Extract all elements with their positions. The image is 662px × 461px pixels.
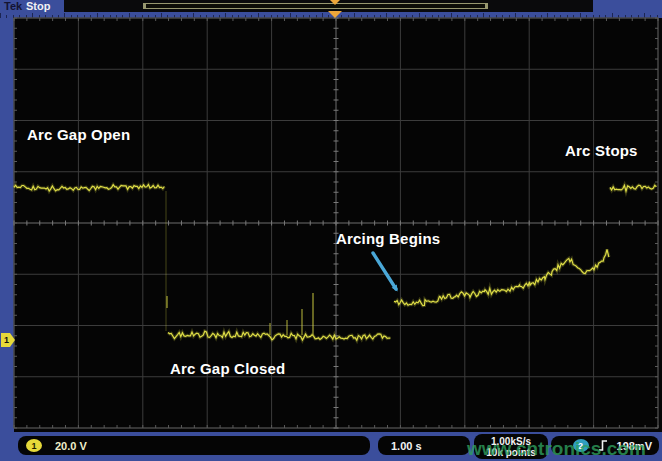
brand-logo: Tek bbox=[4, 0, 22, 12]
annotation-arc-stops: Arc Stops bbox=[565, 142, 638, 159]
timebase-readout-box: 1.00 s bbox=[378, 436, 470, 455]
watermark-text: www.cntronics.com bbox=[467, 438, 646, 460]
channel1-scale-readout: 20.0 V bbox=[55, 440, 87, 452]
annotation-arc-gap-open: Arc Gap Open bbox=[27, 126, 130, 143]
annotation-arc-gap-closed: Arc Gap Closed bbox=[170, 360, 285, 377]
trigger-position-marker-icon bbox=[328, 11, 342, 18]
annotation-arcing-begins: Arcing Begins bbox=[336, 230, 440, 247]
left-edge-strip bbox=[0, 18, 14, 432]
timebase-readout: 1.00 s bbox=[391, 440, 422, 452]
graticule-and-waveform bbox=[0, 0, 662, 461]
acquisition-state-label: Stop bbox=[26, 0, 50, 12]
record-view-bar bbox=[143, 3, 488, 9]
trigger-position-icon bbox=[330, 0, 340, 5]
status-bar-right-block bbox=[593, 0, 662, 12]
channel1-readout-box: 1 20.0 V bbox=[18, 436, 370, 455]
oscilloscope-screen: Tek Stop 1 Arc Gap Open Arc Stops Arcing… bbox=[0, 0, 662, 461]
channel1-badge: 1 bbox=[26, 439, 42, 452]
